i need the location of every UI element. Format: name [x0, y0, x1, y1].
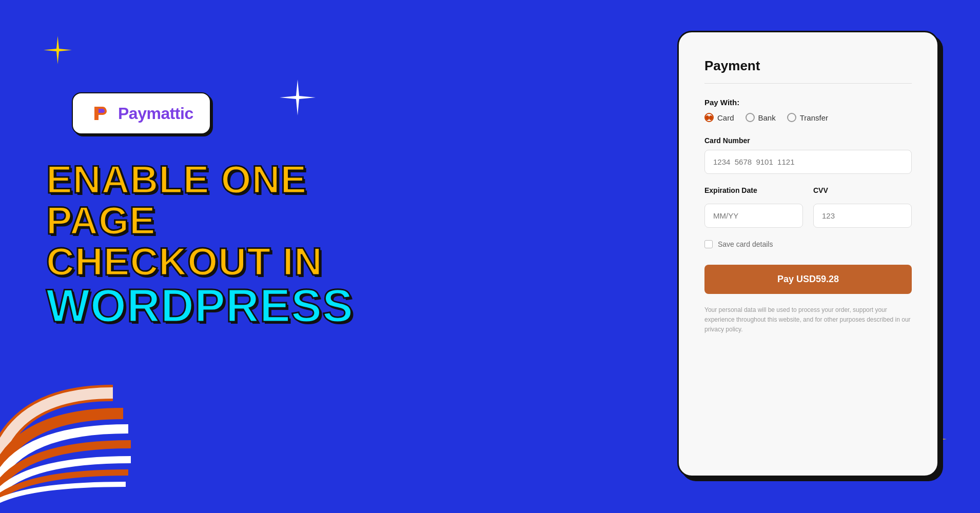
radio-transfer-circle: [787, 113, 796, 122]
privacy-text: Your personal data will be used to proce…: [704, 305, 912, 335]
radio-transfer[interactable]: Transfer: [787, 113, 828, 122]
headline-section: ENABLE ONE PAGE CHECKOUT IN WORDPRESS: [46, 159, 375, 330]
card-number-label: Card Number: [704, 136, 912, 145]
pay-button[interactable]: Pay USD59.28: [704, 265, 912, 294]
radio-bank[interactable]: Bank: [746, 113, 776, 122]
star-top-left-icon: [44, 36, 72, 66]
pay-with-label: Pay With:: [704, 98, 912, 107]
radio-card-circle: [704, 113, 714, 122]
expiration-label: Expiration Date: [704, 186, 803, 194]
cvv-label: CVV: [813, 186, 912, 194]
paymattic-logo-icon: [89, 103, 111, 124]
radio-card[interactable]: Card: [704, 113, 734, 122]
title-divider: [704, 83, 912, 84]
payment-method-group: Card Bank Transfer: [704, 113, 912, 122]
logo-box: Paymattic: [72, 92, 211, 134]
radio-card-label: Card: [717, 113, 734, 122]
expiration-input[interactable]: [704, 204, 803, 228]
save-card-checkbox[interactable]: [704, 240, 713, 248]
headline-line3: WORDPRESS: [46, 282, 375, 330]
payment-panel: Payment Pay With: Card Bank Transfer Car…: [677, 31, 939, 477]
payment-title: Payment: [704, 58, 912, 74]
expiry-cvv-row: Expiration Date CVV: [704, 186, 912, 228]
rainbow-icon: [0, 362, 144, 513]
cvv-input[interactable]: [813, 204, 912, 228]
headline-line1: ENABLE ONE PAGE: [46, 159, 375, 241]
save-card-label: Save card details: [718, 240, 773, 248]
logo-text: Paymattic: [118, 104, 193, 123]
headline-line2: CHECKOUT IN: [46, 241, 375, 282]
save-card-row[interactable]: Save card details: [704, 240, 912, 248]
card-number-input[interactable]: [704, 150, 912, 174]
radio-bank-label: Bank: [758, 113, 776, 122]
star-center-icon: [280, 80, 316, 117]
radio-transfer-label: Transfer: [800, 113, 828, 122]
radio-bank-circle: [746, 113, 755, 122]
